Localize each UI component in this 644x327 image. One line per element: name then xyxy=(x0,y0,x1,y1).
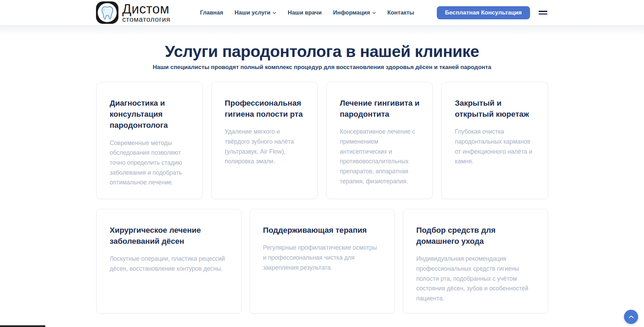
brand-text: Дистом стоматология xyxy=(122,2,170,23)
service-card-description: Индивидуальная рекомендация профессионал… xyxy=(416,254,535,303)
chevron-down-icon xyxy=(372,12,376,14)
services-grid-row-1: Диагностика и консультация пародонтолога… xyxy=(96,82,548,199)
service-card-description: Современные методы обследования позволяю… xyxy=(110,138,190,187)
main-nav: Главная Наши услуги Наши врачи Информаци… xyxy=(200,9,414,16)
service-card: Подбор средств для домашнего ухода Индив… xyxy=(403,209,548,314)
nav-item-information[interactable]: Информация xyxy=(333,9,376,16)
nav-item-doctors[interactable]: Наши врачи xyxy=(288,9,321,16)
service-card-description: Лоскутные операции, пластика рецессий дё… xyxy=(110,254,228,273)
header-inner: Дистом стоматология Главная Наши услуги … xyxy=(0,0,644,25)
site-header: Дистом стоматология Главная Наши услуги … xyxy=(0,0,644,26)
hamburger-bar xyxy=(539,13,547,15)
service-card-title: Хирургическое лечение заболеваний дёсен xyxy=(110,225,228,247)
page-subtitle: Наши специалисты проводят полный комплек… xyxy=(96,64,548,71)
nav-item-home[interactable]: Главная xyxy=(200,9,223,16)
nav-item-label: Контакты xyxy=(387,9,414,16)
page: Дистом стоматология Главная Наши услуги … xyxy=(0,0,644,314)
service-card: Закрытый и открытый кюретаж Глубокая очи… xyxy=(441,82,548,199)
service-card: Хирургическое лечение заболеваний дёсен … xyxy=(96,209,241,314)
hamburger-menu-button[interactable] xyxy=(538,9,548,16)
nav-item-contacts[interactable]: Контакты xyxy=(387,9,414,16)
chevron-down-icon xyxy=(272,12,276,14)
tooth-icon xyxy=(98,3,117,22)
nav-item-label: Информация xyxy=(333,9,370,16)
free-consultation-button[interactable]: Бесплатная Консультация xyxy=(437,6,530,19)
service-card-title: Подбор средств для домашнего ухода xyxy=(416,225,535,247)
scroll-to-top-button[interactable] xyxy=(624,310,638,324)
service-card: Лечение гингивита и пародонтита Консерва… xyxy=(326,82,433,199)
hamburger-bar xyxy=(539,11,547,12)
brand-logo-link[interactable]: Дистом стоматология xyxy=(96,1,170,24)
brand-tagline: стоматология xyxy=(122,16,170,23)
nav-item-label: Наши услуги xyxy=(234,9,270,16)
service-card-title: Лечение гингивита и пародонтита xyxy=(340,98,420,120)
service-card: Диагностика и консультация пародонтолога… xyxy=(96,82,203,199)
brand-name: Дистом xyxy=(122,2,170,16)
service-card-description: Консервативное лечение с применением ант… xyxy=(340,127,420,186)
logo-badge xyxy=(96,1,118,24)
nav-item-label: Главная xyxy=(200,9,223,16)
service-card-description: Глубокая очистка пародонтальных карманов… xyxy=(455,127,535,166)
service-card: Поддерживающая терапия Регулярные профил… xyxy=(250,209,395,314)
service-card-title: Диагностика и консультация пародонтолога xyxy=(110,98,190,131)
services-section: Услуги пародонтолога в нашей клинике Наш… xyxy=(96,42,548,314)
horizontal-scrollbar-thumb[interactable] xyxy=(0,325,45,327)
service-card-title: Поддерживающая терапия xyxy=(263,225,382,236)
nav-item-label: Наши врачи xyxy=(288,9,321,16)
page-title: Услуги пародонтолога в нашей клинике xyxy=(96,42,548,61)
chevron-up-icon xyxy=(628,315,634,318)
service-card-description: Регулярные профилактические осмотры и пр… xyxy=(263,243,382,272)
service-card-description: Удаление мягкого и твёрдого зубного налё… xyxy=(225,127,305,166)
services-grid-row-2: Хирургическое лечение заболеваний дёсен … xyxy=(96,209,548,314)
service-card-title: Профессиональная гигиена полости рта xyxy=(225,98,305,120)
nav-item-services[interactable]: Наши услуги xyxy=(234,9,276,16)
header-gradient-band xyxy=(0,26,644,34)
service-card-title: Закрытый и открытый кюретаж xyxy=(455,98,535,120)
service-card: Профессиональная гигиена полости рта Уда… xyxy=(211,82,318,199)
